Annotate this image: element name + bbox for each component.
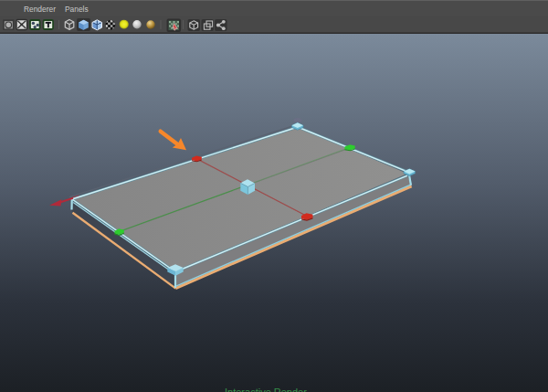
svg-text:Renderer: Renderer [24,5,56,14]
svg-text:Interactive Render: Interactive Render [225,387,307,392]
svg-text:Panels: Panels [65,5,89,14]
